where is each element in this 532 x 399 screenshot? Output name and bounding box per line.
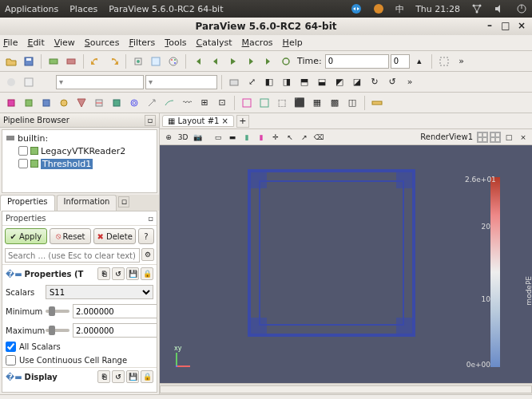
help-button[interactable]: ?	[138, 228, 154, 244]
properties-dock-icon[interactable]: ▫	[148, 214, 153, 223]
select-surface-icon[interactable]: ▮	[240, 131, 253, 144]
filter-cube1-icon[interactable]	[3, 95, 19, 111]
view-ypos-icon[interactable]: ⬓	[314, 74, 330, 90]
filter-clip-icon[interactable]	[73, 95, 89, 111]
view-zneg-icon[interactable]: ◩	[332, 74, 347, 90]
view-zpos-icon[interactable]: ◪	[349, 74, 365, 90]
view-xpos-icon[interactable]: ◨	[279, 74, 295, 90]
copy-icon[interactable]: ⎘	[97, 267, 110, 280]
restore-icon[interactable]: ↺	[112, 267, 125, 280]
close-button[interactable]: ×	[516, 21, 527, 32]
time-index-input[interactable]	[391, 54, 410, 69]
render-view[interactable]: xy 2.6e+01 20 10 0e+00 modePE	[160, 145, 532, 383]
horizontal-scrollbar[interactable]	[160, 383, 532, 394]
add-layout-button[interactable]: +	[236, 115, 249, 128]
hover-point-icon[interactable]: ↖	[284, 131, 296, 144]
minimize-button[interactable]: –	[484, 21, 495, 32]
representation-combo[interactable]: ▾	[145, 75, 217, 89]
redo-icon[interactable]	[105, 53, 121, 69]
filter-group-icon[interactable]: ⊞	[197, 95, 212, 111]
layout-tab-1[interactable]: ▦ Layout #1 ×	[162, 115, 234, 127]
pipeline-item-threshold[interactable]: Threshold1	[4, 157, 155, 170]
open-file-icon[interactable]	[3, 53, 19, 69]
copy-icon[interactable]: ⎘	[97, 370, 110, 383]
menu-edit[interactable]: Edit	[27, 38, 44, 48]
filter-extract-icon[interactable]: ⊡	[214, 95, 230, 111]
properties-search-input[interactable]	[5, 248, 140, 263]
ruler-icon[interactable]	[369, 95, 385, 111]
split-horizontal-icon[interactable]	[477, 132, 488, 143]
minimum-slider[interactable]	[46, 310, 69, 313]
selection-tool-icon[interactable]	[436, 53, 452, 69]
edit-colormap-icon[interactable]	[38, 74, 54, 90]
disconnect-icon[interactable]	[63, 53, 79, 69]
maximize-button[interactable]: □	[500, 21, 511, 32]
undo-icon[interactable]	[88, 53, 104, 69]
reset-button[interactable]: ⦸Reset	[50, 228, 92, 244]
vcr-forward-icon[interactable]	[243, 53, 259, 69]
interactive-select-icon[interactable]: ✛	[269, 131, 282, 144]
save-icon[interactable]	[21, 53, 37, 69]
vcr-loop-icon[interactable]	[278, 53, 294, 69]
pipeline-root[interactable]: builtin:	[4, 132, 155, 144]
pipeline-item-reader[interactable]: LegacyVTKReader2	[4, 144, 155, 157]
visibility-toggle-icon[interactable]	[18, 159, 28, 168]
save-default-icon[interactable]: 💾	[126, 370, 139, 383]
selection2-icon[interactable]	[256, 95, 272, 111]
color-array-combo[interactable]: ▾	[56, 75, 144, 89]
camera-icon[interactable]: 📷	[191, 131, 204, 144]
filter-warp-icon[interactable]: 〰	[179, 95, 195, 111]
ime-indicator[interactable]: 中	[395, 3, 404, 15]
menu-macros[interactable]: Macros	[242, 38, 273, 48]
vcr-first-icon[interactable]	[190, 53, 206, 69]
filter-slice-icon[interactable]	[91, 95, 107, 111]
tab-information[interactable]: Information	[57, 195, 117, 211]
applications-menu[interactable]: Applications	[5, 4, 58, 14]
select-block-icon[interactable]: ▮	[255, 131, 268, 144]
view-yneg-icon[interactable]: ⬒	[296, 74, 312, 90]
split-vertical-icon[interactable]	[490, 132, 501, 143]
restore-icon[interactable]: ↺	[112, 370, 125, 383]
rotate-neg90-icon[interactable]: ↺	[384, 74, 400, 90]
maximum-slider[interactable]	[46, 329, 69, 332]
color-legend[interactable]: 2.6e+01 20 10 0e+00 modePE	[489, 177, 521, 367]
menu-catalyst[interactable]: Catalyst	[196, 38, 232, 48]
power-tray-icon[interactable]	[516, 3, 527, 14]
collapse-icon[interactable]: �▬	[6, 270, 22, 279]
filter-contour-icon[interactable]	[126, 95, 142, 111]
menu-help[interactable]: Help	[283, 38, 303, 48]
filter-sphere-icon[interactable]	[56, 95, 72, 111]
menu-file[interactable]: File	[3, 38, 18, 48]
selection5-icon[interactable]: ▦	[309, 95, 325, 111]
filter-cube2-icon[interactable]	[21, 95, 37, 111]
hover-cell-icon[interactable]: ↗	[298, 131, 311, 144]
selection7-icon[interactable]: ◫	[344, 95, 360, 111]
save-default-icon[interactable]: 💾	[126, 267, 139, 280]
select-points-icon[interactable]: ▭	[212, 131, 224, 144]
visibility-toggle-icon[interactable]	[18, 146, 28, 156]
filter-glyph-icon[interactable]	[144, 95, 160, 111]
places-menu[interactable]: Places	[69, 4, 97, 14]
pick-center-icon[interactable]: ⊕	[162, 131, 175, 144]
active-app-label[interactable]: ParaView 5.6.0-RC2 64-bit	[109, 4, 223, 14]
clock[interactable]: Thu 21:28	[415, 4, 460, 14]
camera-reset-icon[interactable]	[226, 74, 242, 90]
color-by-icon[interactable]	[3, 74, 19, 90]
reload-icon[interactable]	[130, 53, 146, 69]
collapse-icon[interactable]: �▬	[6, 373, 22, 381]
filter-threshold-icon[interactable]	[109, 95, 125, 111]
teamviewer-tray-icon[interactable]	[351, 3, 362, 14]
toolbar-overflow-icon[interactable]: »	[454, 53, 470, 69]
vcr-play-icon[interactable]	[225, 53, 241, 69]
menu-view[interactable]: View	[54, 38, 75, 48]
layout-close-icon[interactable]: ×	[221, 117, 228, 125]
apply-button[interactable]: ✔Apply	[5, 228, 47, 244]
properties-close-icon[interactable]: ▫	[118, 196, 129, 207]
zoom-to-data-icon[interactable]: ⤢	[244, 74, 260, 90]
selection3-icon[interactable]: ⬚	[274, 95, 290, 111]
toolbar-overflow-icon[interactable]: »	[402, 74, 418, 90]
lock-icon[interactable]: 🔒	[141, 267, 153, 280]
connect-icon[interactable]	[46, 53, 62, 69]
filter-stream-icon[interactable]	[161, 95, 177, 111]
selection6-icon[interactable]: ▩	[327, 95, 343, 111]
